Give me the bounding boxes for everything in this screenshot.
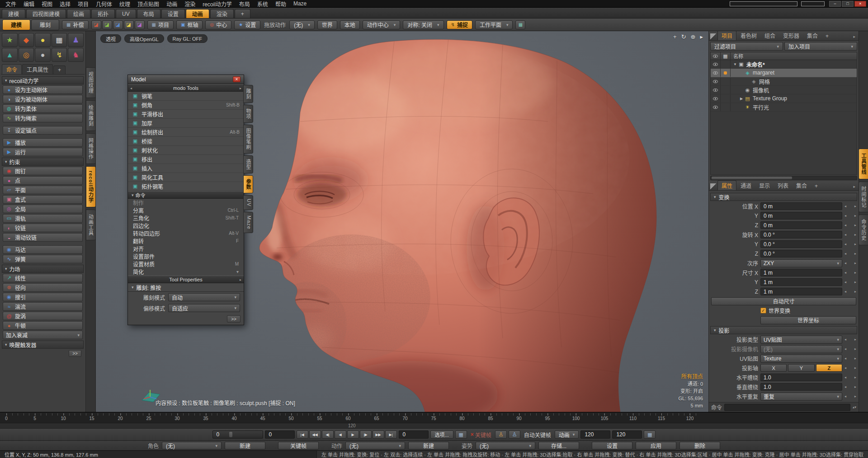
property-field-垂直缠绕[interactable]: 1.0 xyxy=(760,383,842,391)
workspace-tab-动画[interactable]: 动画 xyxy=(186,9,209,18)
maximize-button[interactable]: □ xyxy=(842,1,854,7)
model-window-titlebar[interactable]: Model × xyxy=(128,75,244,84)
stepper-right-icon[interactable]: ▸ xyxy=(854,204,856,208)
mini-stepper[interactable]: ◂▸ xyxy=(844,385,856,389)
sidebar-item-全局[interactable]: ◎全局 xyxy=(3,205,83,213)
sidebar-section-唤醒触发器[interactable]: ▾唤醒触发器 xyxy=(2,341,84,349)
stepper-right-icon[interactable]: ▸ xyxy=(854,280,856,284)
action-center-dropdown[interactable]: 动作中心 xyxy=(363,20,401,29)
stepper-left-icon[interactable]: ◂ xyxy=(844,290,846,294)
range-end-field[interactable]: 120 xyxy=(612,430,642,439)
stepper-right-icon[interactable]: ▸ xyxy=(854,347,856,351)
menu-item-编辑[interactable]: 编辑 xyxy=(20,0,38,8)
mini-stepper[interactable]: ◂▸ xyxy=(844,347,856,351)
delete-button[interactable]: 删除 xyxy=(679,442,720,449)
property-field-Z[interactable]: 0.0 ° xyxy=(760,250,842,257)
stepper-right-icon[interactable]: ▸ xyxy=(854,394,856,398)
tabs-overflow-icon[interactable]: ▸ xyxy=(851,34,857,40)
property-section-投影[interactable]: ▾投影 xyxy=(710,326,857,334)
tool-figure-icon[interactable]: ♟ xyxy=(68,33,84,47)
render-toggle[interactable] xyxy=(721,103,731,111)
item-tab-组合[interactable]: 组合 xyxy=(761,31,779,40)
stepper-left-icon[interactable]: ◂ xyxy=(844,385,846,389)
panel-corner-icon[interactable] xyxy=(710,183,716,189)
menu-item-项目[interactable]: 项目 xyxy=(74,0,92,8)
sidebar-item-设定锚点[interactable]: ↧设定锚点 xyxy=(3,126,83,135)
prop-tab-属性[interactable]: 属性 xyxy=(717,180,736,190)
command-item-简化[interactable]: 简化▾ xyxy=(128,268,244,276)
sidebar-tab-工具属性[interactable]: 工具属性 xyxy=(22,64,53,74)
property-dropdown-水平重复[interactable]: 重复 xyxy=(760,393,842,401)
tool-item-桥接[interactable]: ▣桥接 xyxy=(128,137,244,146)
sidebar-item-牛顿[interactable]: ●牛顿 xyxy=(3,321,83,330)
vertical-tab-动画工具[interactable]: 动画工具 xyxy=(86,210,96,240)
property-dropdown-次序[interactable]: ZXY xyxy=(760,259,842,267)
sidebar-more-button[interactable]: >> xyxy=(69,350,81,357)
tool-item-插入[interactable]: ▣插入 xyxy=(128,164,244,173)
visibility-toggle[interactable] xyxy=(711,60,721,68)
property-field-Z[interactable]: 0 m xyxy=(760,221,842,229)
menu-item-视图[interactable]: 视图 xyxy=(38,0,56,8)
tree-row-摄像机[interactable]: ◉摄像机 xyxy=(711,86,857,94)
symmetry-dropdown[interactable]: 对称: 关闭 xyxy=(403,20,443,29)
menu-item-动画[interactable]: 动画 xyxy=(163,0,181,8)
property-dropdown-UV贴图[interactable]: Texture xyxy=(760,355,842,363)
property-field-Y[interactable]: 1 m xyxy=(760,278,842,286)
scrollbar-thumb[interactable] xyxy=(712,177,792,179)
render-toggle[interactable] xyxy=(721,60,731,68)
sidebar-item-点[interactable]: ●点 xyxy=(3,176,83,185)
tool-item-倒角[interactable]: ▣倒角Shift-B xyxy=(128,101,244,110)
menu-item-帮助[interactable]: 帮助 xyxy=(272,0,290,8)
model-side-tab-UV[interactable]: UV xyxy=(243,195,253,210)
sidebar-item-图钉[interactable]: ◉图钉 xyxy=(3,167,83,175)
bucket-icon-1[interactable]: ◪ xyxy=(91,20,101,29)
property-field-位置-X[interactable]: 0 m xyxy=(760,202,842,210)
tree-caret[interactable]: ▼ xyxy=(732,62,738,66)
sidebar-item-弹簧[interactable]: ∿弹簧 xyxy=(3,255,83,263)
compensate-button[interactable]: ▦ 补偿 xyxy=(62,20,88,29)
close-icon[interactable]: × xyxy=(233,76,241,82)
render-toggle[interactable] xyxy=(721,77,731,85)
command-item-四边化[interactable]: 四边化 xyxy=(128,222,244,229)
stepper-right-icon[interactable]: ▸ xyxy=(854,252,856,256)
vertical-tab-绘画雕刻[interactable]: 绘画雕刻 xyxy=(86,100,96,131)
vertical-tab-网格操作[interactable]: 网格操作 xyxy=(86,133,96,164)
viewport-button-高级OpenGL[interactable]: 高级OpenGL xyxy=(124,34,164,43)
model-side-tab-参数[interactable]: 参数 xyxy=(243,175,253,193)
axis-button-Z[interactable]: Z xyxy=(816,364,842,372)
menu-item-纹理[interactable]: 纹理 xyxy=(116,0,134,8)
sidebar-item-滑轨[interactable]: ▭滑轨 xyxy=(3,214,83,223)
property-dropdown-投影摄像机[interactable]: (无) xyxy=(760,345,842,353)
stepper-right-icon[interactable]: ▸ xyxy=(854,242,856,246)
mini-stepper[interactable]: ◂▸ xyxy=(844,337,856,341)
prop-tab-列表[interactable]: 列表 xyxy=(774,181,792,190)
stepper-right-icon[interactable]: ▸ xyxy=(854,356,856,360)
property-section-变换[interactable]: ▾变换 xyxy=(710,193,857,201)
menu-item-渲染[interactable]: 渲染 xyxy=(181,0,199,8)
sidebar-item-设为主动刚体[interactable]: ●设为主动刚体 xyxy=(3,85,83,94)
workplane-dropdown[interactable]: 工作平面 xyxy=(475,20,513,29)
render-toggle[interactable] xyxy=(721,86,731,94)
tool-torus-icon[interactable]: ◎ xyxy=(19,48,34,62)
commands-header[interactable]: ▾ 命令 xyxy=(128,191,244,199)
minimize-button[interactable]: ‒ xyxy=(829,1,841,7)
workspace-tab-绘画[interactable]: 绘画 xyxy=(67,9,90,18)
viewport-3d[interactable]: 透视高级OpenGLRay GL: OFF +↻⊕▸ Model × ◂ mod… xyxy=(96,31,708,412)
modo-tools-header[interactable]: ◂ modo Tools ▸ xyxy=(128,84,244,92)
orbit-icon[interactable]: ↻ xyxy=(681,33,686,40)
stepper-left-icon[interactable]: ◂ xyxy=(844,204,846,208)
current-frame-field[interactable]: 0 xyxy=(265,430,295,439)
vertical-tab-命令历史[interactable]: 命令历史 xyxy=(859,215,868,245)
item-mode-button[interactable]: ▦ 项目 xyxy=(147,20,174,29)
stepper-right-icon[interactable]: ▸ xyxy=(854,337,856,341)
visibility-toggle[interactable] xyxy=(711,86,721,94)
workspace-tab-渲染[interactable]: 渲染 xyxy=(210,9,234,18)
mini-stepper[interactable]: ◂▸ xyxy=(844,223,856,227)
local-button[interactable]: 本地 xyxy=(340,20,360,29)
sidebar-item-滑动铰链[interactable]: ◒滑动铰链 xyxy=(3,233,83,242)
stepper-right-icon[interactable]: ▸ xyxy=(854,223,856,227)
sidebar-section-力场[interactable]: ▾力场 xyxy=(2,265,84,273)
timeline-ruler[interactable]: 0510152025303540455055606570758085909510… xyxy=(0,412,868,423)
next-keyframe-button[interactable]: ▶▶ xyxy=(373,430,384,439)
mini-stepper[interactable]: ◂▸ xyxy=(844,233,856,237)
